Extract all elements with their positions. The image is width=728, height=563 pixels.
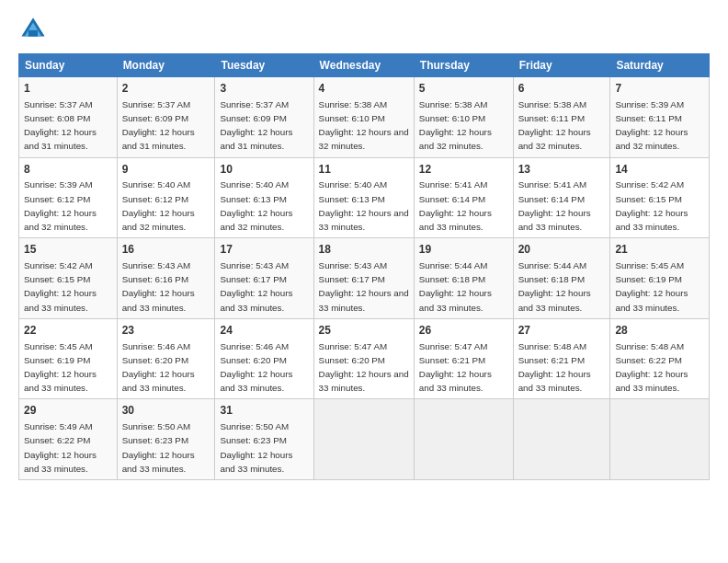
day-number: 11 (319, 162, 409, 178)
day-number: 9 (122, 162, 210, 178)
day-cell: 16Sunrise: 5:43 AMSunset: 6:16 PMDayligh… (117, 238, 215, 319)
logo-icon (18, 15, 48, 44)
col-header-friday: Friday (513, 54, 610, 77)
day-number: 22 (24, 323, 112, 339)
day-info: Sunrise: 5:47 AMSunset: 6:21 PMDaylight:… (419, 341, 492, 394)
day-number: 2 (122, 81, 210, 97)
calendar-table: SundayMondayTuesdayWednesdayThursdayFrid… (18, 53, 710, 480)
day-info: Sunrise: 5:44 AMSunset: 6:18 PMDaylight:… (518, 260, 591, 313)
col-header-thursday: Thursday (414, 54, 513, 77)
day-cell: 31Sunrise: 5:50 AMSunset: 6:23 PMDayligh… (215, 399, 313, 480)
day-cell: 5Sunrise: 5:38 AMSunset: 6:10 PMDaylight… (414, 77, 513, 158)
day-cell: 25Sunrise: 5:47 AMSunset: 6:20 PMDayligh… (313, 318, 414, 399)
day-info: Sunrise: 5:45 AMSunset: 6:19 PMDaylight:… (24, 341, 97, 394)
day-info: Sunrise: 5:46 AMSunset: 6:20 PMDaylight:… (220, 341, 292, 394)
day-info: Sunrise: 5:50 AMSunset: 6:23 PMDaylight:… (122, 421, 195, 474)
day-cell: 9Sunrise: 5:40 AMSunset: 6:12 PMDaylight… (117, 157, 215, 238)
day-number: 21 (615, 242, 704, 258)
day-cell: 28Sunrise: 5:48 AMSunset: 6:22 PMDayligh… (610, 318, 710, 399)
day-cell: 30Sunrise: 5:50 AMSunset: 6:23 PMDayligh… (117, 399, 215, 480)
day-number: 15 (24, 242, 112, 258)
day-number: 10 (220, 162, 308, 178)
day-info: Sunrise: 5:40 AMSunset: 6:13 PMDaylight:… (319, 179, 409, 232)
day-info: Sunrise: 5:49 AMSunset: 6:22 PMDaylight:… (24, 421, 97, 474)
col-header-wednesday: Wednesday (313, 54, 414, 77)
day-number: 16 (122, 242, 210, 258)
day-number: 24 (220, 323, 308, 339)
week-row-2: 8Sunrise: 5:39 AMSunset: 6:12 PMDaylight… (19, 157, 710, 238)
day-cell (313, 399, 414, 480)
day-number: 25 (319, 323, 409, 339)
svg-rect-2 (28, 30, 38, 37)
day-cell: 27Sunrise: 5:48 AMSunset: 6:21 PMDayligh… (513, 318, 610, 399)
day-cell: 1Sunrise: 5:37 AMSunset: 6:08 PMDaylight… (19, 77, 118, 158)
day-info: Sunrise: 5:43 AMSunset: 6:16 PMDaylight:… (122, 260, 195, 313)
day-info: Sunrise: 5:41 AMSunset: 6:14 PMDaylight:… (419, 179, 492, 232)
day-info: Sunrise: 5:44 AMSunset: 6:18 PMDaylight:… (419, 260, 492, 313)
day-info: Sunrise: 5:43 AMSunset: 6:17 PMDaylight:… (220, 260, 292, 313)
day-info: Sunrise: 5:42 AMSunset: 6:15 PMDaylight:… (615, 179, 688, 232)
day-number: 1 (24, 81, 112, 97)
day-cell: 3Sunrise: 5:37 AMSunset: 6:09 PMDaylight… (215, 77, 313, 158)
day-info: Sunrise: 5:41 AMSunset: 6:14 PMDaylight:… (518, 179, 591, 232)
logo (18, 15, 51, 44)
day-info: Sunrise: 5:47 AMSunset: 6:20 PMDaylight:… (319, 341, 409, 394)
day-number: 17 (220, 242, 308, 258)
day-cell: 23Sunrise: 5:46 AMSunset: 6:20 PMDayligh… (117, 318, 215, 399)
col-header-tuesday: Tuesday (215, 54, 313, 77)
day-cell: 6Sunrise: 5:38 AMSunset: 6:11 PMDaylight… (513, 77, 610, 158)
day-cell: 10Sunrise: 5:40 AMSunset: 6:13 PMDayligh… (215, 157, 313, 238)
col-header-saturday: Saturday (610, 54, 710, 77)
day-info: Sunrise: 5:40 AMSunset: 6:12 PMDaylight:… (122, 179, 195, 232)
day-number: 26 (419, 323, 508, 339)
day-info: Sunrise: 5:50 AMSunset: 6:23 PMDaylight:… (220, 421, 292, 474)
day-cell (414, 399, 513, 480)
day-info: Sunrise: 5:38 AMSunset: 6:10 PMDaylight:… (319, 99, 409, 152)
day-cell: 22Sunrise: 5:45 AMSunset: 6:19 PMDayligh… (19, 318, 118, 399)
page: SundayMondayTuesdayWednesdayThursdayFrid… (0, 0, 728, 563)
day-info: Sunrise: 5:48 AMSunset: 6:21 PMDaylight:… (518, 341, 591, 394)
day-info: Sunrise: 5:38 AMSunset: 6:11 PMDaylight:… (518, 99, 591, 152)
day-cell: 13Sunrise: 5:41 AMSunset: 6:14 PMDayligh… (513, 157, 610, 238)
day-number: 6 (518, 81, 606, 97)
day-cell: 29Sunrise: 5:49 AMSunset: 6:22 PMDayligh… (19, 399, 118, 480)
day-info: Sunrise: 5:37 AMSunset: 6:09 PMDaylight:… (122, 99, 195, 152)
week-row-1: 1Sunrise: 5:37 AMSunset: 6:08 PMDaylight… (19, 77, 710, 158)
day-number: 27 (518, 323, 606, 339)
day-cell: 24Sunrise: 5:46 AMSunset: 6:20 PMDayligh… (215, 318, 313, 399)
day-info: Sunrise: 5:46 AMSunset: 6:20 PMDaylight:… (122, 341, 195, 394)
day-number: 4 (319, 81, 409, 97)
day-info: Sunrise: 5:43 AMSunset: 6:17 PMDaylight:… (319, 260, 409, 313)
day-info: Sunrise: 5:40 AMSunset: 6:13 PMDaylight:… (220, 179, 292, 232)
day-number: 3 (220, 81, 308, 97)
day-info: Sunrise: 5:39 AMSunset: 6:12 PMDaylight:… (24, 179, 97, 232)
col-header-monday: Monday (117, 54, 215, 77)
day-cell: 14Sunrise: 5:42 AMSunset: 6:15 PMDayligh… (610, 157, 710, 238)
day-cell: 17Sunrise: 5:43 AMSunset: 6:17 PMDayligh… (215, 238, 313, 319)
day-cell: 12Sunrise: 5:41 AMSunset: 6:14 PMDayligh… (414, 157, 513, 238)
day-info: Sunrise: 5:37 AMSunset: 6:09 PMDaylight:… (220, 99, 292, 152)
day-cell: 15Sunrise: 5:42 AMSunset: 6:15 PMDayligh… (19, 238, 118, 319)
day-cell: 18Sunrise: 5:43 AMSunset: 6:17 PMDayligh… (313, 238, 414, 319)
day-cell: 21Sunrise: 5:45 AMSunset: 6:19 PMDayligh… (610, 238, 710, 319)
header-row: SundayMondayTuesdayWednesdayThursdayFrid… (19, 54, 710, 77)
week-row-3: 15Sunrise: 5:42 AMSunset: 6:15 PMDayligh… (19, 238, 710, 319)
header (18, 15, 710, 44)
day-number: 19 (419, 242, 508, 258)
day-cell: 4Sunrise: 5:38 AMSunset: 6:10 PMDaylight… (313, 77, 414, 158)
day-cell: 2Sunrise: 5:37 AMSunset: 6:09 PMDaylight… (117, 77, 215, 158)
day-number: 31 (220, 403, 308, 419)
day-info: Sunrise: 5:39 AMSunset: 6:11 PMDaylight:… (615, 99, 688, 152)
day-cell: 11Sunrise: 5:40 AMSunset: 6:13 PMDayligh… (313, 157, 414, 238)
day-info: Sunrise: 5:48 AMSunset: 6:22 PMDaylight:… (615, 341, 688, 394)
day-cell: 20Sunrise: 5:44 AMSunset: 6:18 PMDayligh… (513, 238, 610, 319)
col-header-sunday: Sunday (19, 54, 118, 77)
day-number: 20 (518, 242, 606, 258)
day-number: 12 (419, 162, 508, 178)
day-number: 28 (615, 323, 704, 339)
day-cell (513, 399, 610, 480)
day-number: 7 (615, 81, 704, 97)
day-number: 13 (518, 162, 606, 178)
day-number: 8 (24, 162, 112, 178)
week-row-5: 29Sunrise: 5:49 AMSunset: 6:22 PMDayligh… (19, 399, 710, 480)
